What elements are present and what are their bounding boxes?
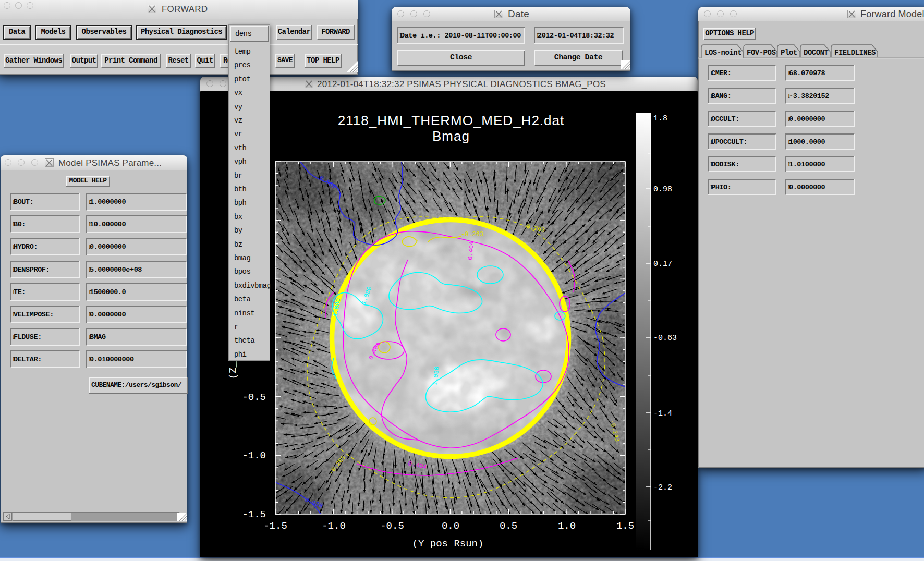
svg-text:-0.5: -0.5 (242, 392, 266, 403)
svg-text:-1.5: -1.5 (263, 520, 287, 532)
svg-text:-0.5: -0.5 (380, 520, 404, 532)
svg-text:-1.0: -1.0 (322, 520, 346, 532)
svg-text:-1.4: -1.4 (653, 409, 672, 418)
svg-text:LOS-noint: LOS-noint (704, 48, 741, 57)
svg-text:-1.5: -1.5 (242, 509, 266, 520)
svg-text:-2.2: -2.2 (653, 483, 672, 492)
svg-text:0.17: 0.17 (653, 260, 672, 269)
svg-text:2118_HMI_THERMO_MED_H2.dat: 2118_HMI_THERMO_MED_H2.dat (338, 113, 564, 128)
svg-text:-0.263: -0.263 (461, 231, 483, 238)
svg-text:FIELDLINES: FIELDLINES (834, 48, 876, 57)
svg-text:-0.63: -0.63 (653, 334, 677, 343)
svg-text:1.8: 1.8 (653, 114, 667, 123)
svg-text:0.0: 0.0 (442, 520, 459, 532)
svg-text:Bmag: Bmag (432, 128, 470, 144)
svg-text:1.5: 1.5 (616, 520, 634, 532)
svg-text:Plot: Plot (781, 48, 797, 57)
svg-text:DOCONT: DOCONT (804, 48, 829, 57)
svg-text:0.98: 0.98 (653, 185, 672, 194)
svg-text:-1.0: -1.0 (242, 450, 266, 461)
svg-text:FOV-POS: FOV-POS (747, 48, 775, 57)
svg-text:(Y_pos Rsun): (Y_pos Rsun) (412, 538, 484, 550)
svg-text:1.0: 1.0 (558, 520, 576, 532)
svg-text:0.5: 0.5 (500, 520, 517, 532)
